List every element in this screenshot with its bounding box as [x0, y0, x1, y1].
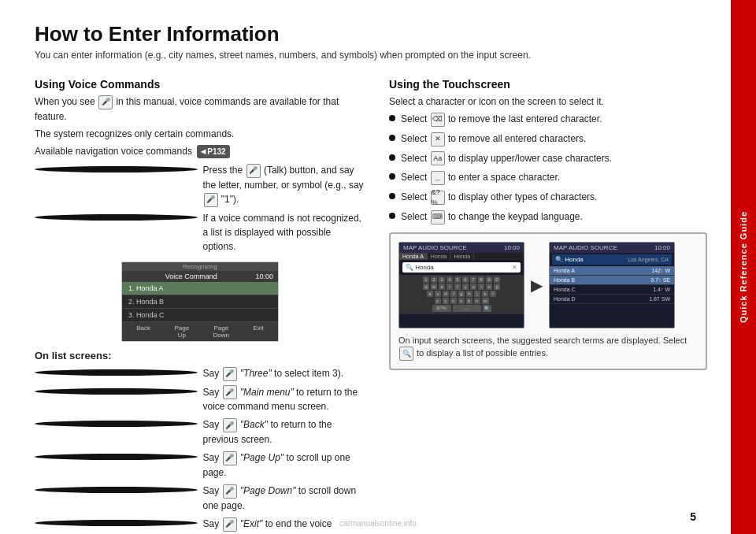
list-bullet-item: Say 🎤 "Three" to select item 3).: [35, 366, 365, 381]
list-bullet-item: Say 🎤 "Exit" to end the voice command fu…: [35, 517, 365, 534]
ts-result-item: Honda B0.7↑ SE: [550, 276, 674, 285]
press-text: Press the: [203, 165, 243, 176]
ts-arrow: ▶: [531, 276, 543, 295]
touchscreen-bullets: Select ⌫ to remove the last entered char…: [389, 112, 707, 224]
ts-results-list: Honda A142↑ W Honda B0.7↑ SE Honda C1.4↑…: [550, 266, 674, 304]
ts-screen2-header: MAP AUDIO SOURCE 10:00: [550, 243, 674, 253]
voice-commands-intro: When you see 🎤 in this manual, voice com…: [35, 95, 365, 124]
ts-screens: MAP AUDIO SOURCE 10:00 Honda A Honda Hon…: [398, 242, 698, 328]
right-column: Using the Touchscreen Select a character…: [389, 78, 707, 534]
backspace-icon: ⌫: [431, 113, 445, 127]
ts-keyboard: 1234567890 qwertyuiop asdfghjkl zxcvbnm: [399, 275, 524, 314]
vc-list: 1. Honda A 2. Honda B 3. Honda C: [122, 282, 278, 322]
say-icon: 🎤: [204, 193, 218, 207]
say-icon: 🎤: [223, 484, 237, 499]
vc-top-bar: Voice Command 10:00: [122, 271, 278, 282]
touchscreen-heading: Using the Touchscreen: [389, 78, 707, 91]
main-content: How to Enter Information You can enter i…: [0, 0, 731, 534]
ts-result-item: Honda D1.87 SW: [550, 295, 674, 304]
say-icon: 🎤: [223, 367, 237, 381]
vc-exit-btn[interactable]: Exit: [253, 324, 263, 339]
ts-bullet-item: Select &?% to display other types of cha…: [389, 190, 707, 205]
press-text3: "1").: [221, 194, 239, 205]
list-bullet-item: Say 🎤 "Main menu" to return to the voice…: [35, 385, 365, 414]
vc-footer: Back PageUp PageDown Exit: [122, 322, 278, 341]
ts-bullet-item: Select Aa to display upper/lower case ch…: [389, 151, 707, 166]
voice-bullets: Press the 🎤 (Talk) button, and say the l…: [35, 163, 365, 254]
list-bullet-item: Say 🎤 "Back" to return to the previous s…: [35, 417, 365, 447]
ts-result-item: Honda A142↑ W: [550, 266, 674, 276]
vc-line3: Available navigation voice commands P132: [35, 144, 365, 158]
clear-icon: ✕: [431, 132, 445, 146]
bullet-text: If a voice command is not recognized, a …: [203, 211, 366, 254]
page-number: 5: [690, 510, 696, 523]
columns: Using Voice Commands When you see 🎤 in t…: [35, 78, 707, 534]
list-screens-heading: On list screens:: [35, 350, 365, 362]
vc-back-btn[interactable]: Back: [136, 324, 150, 339]
ts-bullet-item: Select ⌫ to remove the last entered char…: [389, 112, 707, 127]
list-screen-bullets: Say 🎤 "Three" to select item 3). Say 🎤 "…: [35, 366, 365, 534]
left-column: Using Voice Commands When you see 🎤 in t…: [35, 78, 365, 534]
ts-search-text: 🔍 Honda: [406, 264, 434, 271]
ts-result-item: Honda C1.4↑ W: [550, 285, 674, 295]
case-icon: Aa: [431, 151, 445, 165]
vc-pagedown-btn[interactable]: PageDown: [213, 324, 229, 339]
voice-icon: 🎤: [98, 95, 113, 109]
touchscreen-intro: Select a character or icon on the screen…: [389, 95, 707, 109]
talk-icon: 🎤: [246, 164, 261, 178]
ts-bullet-item: Select ✕ to remove all entered character…: [389, 132, 707, 146]
touchscreen-box: MAP AUDIO SOURCE 10:00 Honda A Honda Hon…: [389, 232, 707, 370]
bullet-item: If a voice command is not recognized, a …: [35, 211, 365, 254]
say-icon: 🎤: [223, 385, 237, 399]
vc-pageup-btn[interactable]: PageUp: [174, 324, 189, 339]
recognizing-label: Recognizing: [122, 262, 278, 271]
vc-list-item: 2. Honda B: [122, 295, 278, 309]
bullet-dot: [35, 214, 198, 221]
bullet-item: Press the 🎤 (Talk) button, and say the l…: [35, 163, 365, 207]
space-icon: ⎵: [431, 171, 445, 185]
ts-screen2-search: 🔍 Honda Los Angeles, CA: [552, 254, 672, 265]
voice-commands-heading: Using Voice Commands: [35, 78, 365, 91]
vc-title: Voice Command: [127, 273, 255, 280]
bullet-dot: [35, 166, 198, 172]
page-subtitle: You can enter information (e.g., city na…: [35, 50, 707, 61]
sidebar-tab: Quick Reference Guide: [731, 0, 756, 534]
ts-screen1-tabs: Honda A Honda Honda: [399, 253, 524, 260]
p132-badge: P132: [197, 145, 229, 158]
ts-screen-keyboard: MAP AUDIO SOURCE 10:00 Honda A Honda Hon…: [398, 242, 524, 328]
list-bullet-item: Say 🎤 "Page Up" to scroll up one page.: [35, 451, 365, 480]
ts-caption: On input search screens, the suggested s…: [398, 335, 698, 361]
say-icon: 🎤: [223, 517, 237, 532]
page-title: How to Enter Information: [35, 22, 707, 46]
sidebar-label: Quick Reference Guide: [739, 211, 748, 323]
search-list-icon: 🔍: [399, 347, 413, 361]
ts-search-bar: 🔍 Honda ✕: [402, 262, 521, 273]
language-icon: ⌨: [431, 210, 445, 224]
voice-command-screenshot: Recognizing Voice Command 10:00 1. Honda…: [121, 261, 279, 342]
ts-screen1-header: MAP AUDIO SOURCE 10:00: [399, 243, 524, 253]
say-icon: 🎤: [223, 451, 237, 465]
special-icon: &?%: [431, 191, 445, 205]
ts-screen-results: MAP AUDIO SOURCE 10:00 🔍 Honda Los Angel…: [549, 242, 675, 328]
ts-bullet-item: Select ⌨ to change the keypad language.: [389, 210, 707, 224]
vc-line2: The system recognizes only certain comma…: [35, 127, 365, 141]
list-bullet-item: Say 🎤 "Page Down" to scroll down one pag…: [35, 484, 365, 513]
vc-list-item: 3. Honda C: [122, 309, 278, 322]
vc-list-item: 1. Honda A: [122, 282, 278, 295]
watermark: carmanualsontine.info: [339, 519, 417, 528]
ts-bullet-item: Select ⎵ to enter a space character.: [389, 170, 707, 185]
say-icon: 🎤: [223, 418, 237, 432]
vc-time: 10:00: [255, 273, 273, 280]
intro-text1: When you see: [35, 96, 95, 107]
